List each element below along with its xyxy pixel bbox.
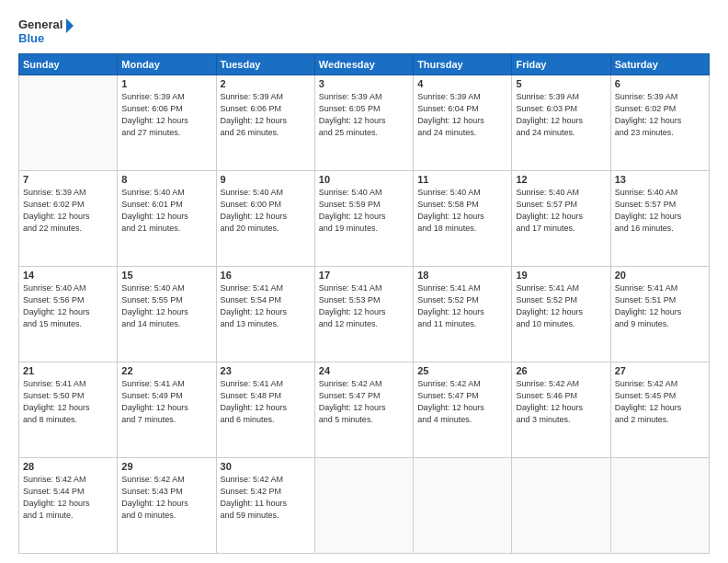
day-info: Sunrise: 5:39 AM Sunset: 6:06 PM Dayligh… — [221, 91, 311, 139]
day-number: 2 — [221, 78, 311, 89]
calendar-week-row: 21Sunrise: 5:41 AM Sunset: 5:50 PM Dayli… — [19, 362, 710, 458]
svg-marker-2 — [66, 18, 74, 33]
day-number: 14 — [23, 270, 113, 281]
day-info: Sunrise: 5:41 AM Sunset: 5:52 PM Dayligh… — [516, 282, 606, 330]
day-number: 16 — [221, 270, 311, 281]
calendar-day-cell: 12Sunrise: 5:40 AM Sunset: 5:57 PM Dayli… — [512, 171, 610, 267]
day-info: Sunrise: 5:42 AM Sunset: 5:43 PM Dayligh… — [121, 474, 211, 522]
calendar-day-cell: 9Sunrise: 5:40 AM Sunset: 6:00 PM Daylig… — [216, 171, 314, 267]
logo-svg: General Blue — [18, 15, 74, 48]
day-info: Sunrise: 5:42 AM Sunset: 5:42 PM Dayligh… — [221, 474, 311, 522]
calendar-day-cell — [414, 458, 512, 554]
calendar-week-row: 1Sunrise: 5:39 AM Sunset: 6:06 PM Daylig… — [19, 75, 710, 171]
day-number: 27 — [615, 365, 705, 376]
calendar-day-cell — [610, 458, 709, 554]
calendar-day-cell: 25Sunrise: 5:42 AM Sunset: 5:47 PM Dayli… — [414, 362, 512, 458]
day-number: 24 — [319, 365, 409, 376]
day-info: Sunrise: 5:39 AM Sunset: 6:02 PM Dayligh… — [23, 187, 113, 235]
day-info: Sunrise: 5:40 AM Sunset: 5:57 PM Dayligh… — [516, 187, 606, 235]
calendar-table: SundayMondayTuesdayWednesdayThursdayFrid… — [18, 53, 710, 554]
calendar-day-cell — [19, 75, 118, 171]
day-number: 20 — [615, 270, 705, 281]
calendar-day-cell: 15Sunrise: 5:40 AM Sunset: 5:55 PM Dayli… — [118, 267, 216, 362]
day-info: Sunrise: 5:39 AM Sunset: 6:05 PM Dayligh… — [319, 91, 409, 139]
calendar-day-header: Tuesday — [216, 54, 314, 75]
day-info: Sunrise: 5:40 AM Sunset: 6:01 PM Dayligh… — [121, 187, 211, 235]
calendar-day-cell: 16Sunrise: 5:41 AM Sunset: 5:54 PM Dayli… — [216, 267, 314, 362]
calendar-week-row: 7Sunrise: 5:39 AM Sunset: 6:02 PM Daylig… — [19, 171, 710, 267]
day-info: Sunrise: 5:42 AM Sunset: 5:45 PM Dayligh… — [615, 378, 705, 426]
calendar-day-cell: 2Sunrise: 5:39 AM Sunset: 6:06 PM Daylig… — [216, 75, 314, 171]
day-info: Sunrise: 5:40 AM Sunset: 5:55 PM Dayligh… — [121, 282, 211, 330]
day-info: Sunrise: 5:41 AM Sunset: 5:54 PM Dayligh… — [221, 282, 311, 330]
calendar-day-cell: 7Sunrise: 5:39 AM Sunset: 6:02 PM Daylig… — [19, 171, 118, 267]
calendar-day-cell: 30Sunrise: 5:42 AM Sunset: 5:42 PM Dayli… — [216, 458, 314, 554]
calendar-day-cell: 19Sunrise: 5:41 AM Sunset: 5:52 PM Dayli… — [512, 267, 610, 362]
day-number: 26 — [516, 365, 606, 376]
day-info: Sunrise: 5:42 AM Sunset: 5:47 PM Dayligh… — [417, 378, 507, 426]
day-info: Sunrise: 5:42 AM Sunset: 5:44 PM Dayligh… — [23, 474, 113, 522]
day-info: Sunrise: 5:40 AM Sunset: 5:58 PM Dayligh… — [417, 187, 507, 235]
logo: General Blue — [18, 15, 74, 48]
calendar-day-cell: 10Sunrise: 5:40 AM Sunset: 5:59 PM Dayli… — [314, 171, 413, 267]
calendar-header-row: SundayMondayTuesdayWednesdayThursdayFrid… — [19, 54, 710, 75]
day-number: 21 — [23, 365, 113, 376]
day-info: Sunrise: 5:39 AM Sunset: 6:02 PM Dayligh… — [615, 91, 705, 139]
calendar-day-cell: 29Sunrise: 5:42 AM Sunset: 5:43 PM Dayli… — [118, 458, 216, 554]
day-info: Sunrise: 5:41 AM Sunset: 5:50 PM Dayligh… — [23, 378, 113, 426]
calendar-day-cell — [512, 458, 610, 554]
calendar-day-cell: 28Sunrise: 5:42 AM Sunset: 5:44 PM Dayli… — [19, 458, 118, 554]
calendar-day-cell: 23Sunrise: 5:41 AM Sunset: 5:48 PM Dayli… — [216, 362, 314, 458]
day-number: 13 — [615, 174, 705, 185]
day-info: Sunrise: 5:40 AM Sunset: 5:56 PM Dayligh… — [23, 282, 113, 330]
day-number: 30 — [221, 461, 311, 472]
calendar-day-cell: 20Sunrise: 5:41 AM Sunset: 5:51 PM Dayli… — [610, 267, 709, 362]
day-number: 18 — [417, 270, 507, 281]
day-info: Sunrise: 5:41 AM Sunset: 5:48 PM Dayligh… — [221, 378, 311, 426]
day-info: Sunrise: 5:40 AM Sunset: 6:00 PM Dayligh… — [221, 187, 311, 235]
day-number: 23 — [221, 365, 311, 376]
calendar-day-cell: 5Sunrise: 5:39 AM Sunset: 6:03 PM Daylig… — [512, 75, 610, 171]
page: General Blue SundayMondayTuesdayWednesda… — [0, 0, 728, 563]
day-number: 6 — [615, 78, 705, 89]
calendar-day-cell: 22Sunrise: 5:41 AM Sunset: 5:49 PM Dayli… — [118, 362, 216, 458]
calendar-day-header: Friday — [512, 54, 610, 75]
day-info: Sunrise: 5:41 AM Sunset: 5:53 PM Dayligh… — [319, 282, 409, 330]
svg-text:General: General — [18, 17, 63, 31]
day-info: Sunrise: 5:42 AM Sunset: 5:47 PM Dayligh… — [319, 378, 409, 426]
day-info: Sunrise: 5:41 AM Sunset: 5:52 PM Dayligh… — [417, 282, 507, 330]
day-number: 3 — [319, 78, 409, 89]
day-number: 28 — [23, 461, 113, 472]
day-info: Sunrise: 5:39 AM Sunset: 6:06 PM Dayligh… — [121, 91, 211, 139]
day-number: 4 — [417, 78, 507, 89]
calendar-day-cell: 24Sunrise: 5:42 AM Sunset: 5:47 PM Dayli… — [314, 362, 413, 458]
day-number: 1 — [121, 78, 211, 89]
day-info: Sunrise: 5:42 AM Sunset: 5:46 PM Dayligh… — [516, 378, 606, 426]
day-number: 11 — [417, 174, 507, 185]
day-number: 10 — [319, 174, 409, 185]
calendar-day-header: Monday — [118, 54, 216, 75]
calendar-day-cell: 3Sunrise: 5:39 AM Sunset: 6:05 PM Daylig… — [314, 75, 413, 171]
day-info: Sunrise: 5:41 AM Sunset: 5:49 PM Dayligh… — [121, 378, 211, 426]
calendar-day-cell: 17Sunrise: 5:41 AM Sunset: 5:53 PM Dayli… — [314, 267, 413, 362]
day-info: Sunrise: 5:39 AM Sunset: 6:03 PM Dayligh… — [516, 91, 606, 139]
calendar-day-header: Thursday — [414, 54, 512, 75]
calendar-day-cell: 1Sunrise: 5:39 AM Sunset: 6:06 PM Daylig… — [118, 75, 216, 171]
calendar-day-cell: 11Sunrise: 5:40 AM Sunset: 5:58 PM Dayli… — [414, 171, 512, 267]
day-number: 25 — [417, 365, 507, 376]
calendar-day-cell: 14Sunrise: 5:40 AM Sunset: 5:56 PM Dayli… — [19, 267, 118, 362]
day-number: 9 — [221, 174, 311, 185]
day-number: 12 — [516, 174, 606, 185]
calendar-day-cell: 6Sunrise: 5:39 AM Sunset: 6:02 PM Daylig… — [610, 75, 709, 171]
calendar-day-cell: 8Sunrise: 5:40 AM Sunset: 6:01 PM Daylig… — [118, 171, 216, 267]
day-number: 17 — [319, 270, 409, 281]
calendar-day-cell — [314, 458, 413, 554]
day-number: 5 — [516, 78, 606, 89]
day-number: 15 — [121, 270, 211, 281]
day-info: Sunrise: 5:41 AM Sunset: 5:51 PM Dayligh… — [615, 282, 705, 330]
day-info: Sunrise: 5:40 AM Sunset: 5:59 PM Dayligh… — [319, 187, 409, 235]
calendar-day-cell: 4Sunrise: 5:39 AM Sunset: 6:04 PM Daylig… — [414, 75, 512, 171]
day-number: 8 — [121, 174, 211, 185]
calendar-week-row: 28Sunrise: 5:42 AM Sunset: 5:44 PM Dayli… — [19, 458, 710, 554]
calendar-day-header: Saturday — [610, 54, 709, 75]
